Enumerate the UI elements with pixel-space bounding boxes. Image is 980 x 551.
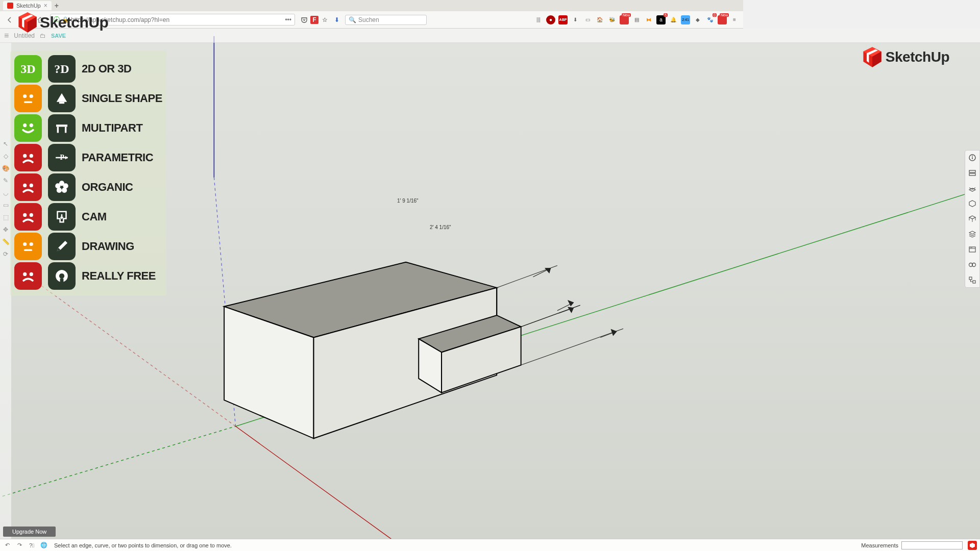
sketchup-logo-overlay: SketchUp	[16, 11, 108, 34]
svg-point-66	[23, 272, 27, 276]
feature-label-cam: CAM	[82, 210, 107, 223]
tool-rect-icon[interactable]: ▭	[2, 201, 10, 209]
badge-frown-2	[14, 173, 42, 201]
svg-point-58	[30, 213, 33, 217]
svg-line-3	[40, 285, 235, 416]
ext-abp-icon[interactable]: ABP	[558, 15, 568, 24]
badge-frown-3	[14, 203, 42, 231]
tab-close-icon[interactable]: ×	[44, 2, 47, 9]
badge-frown-1	[14, 144, 42, 171]
svg-point-67	[30, 272, 33, 276]
browser-tab-strip: SketchUp × +	[0, 0, 743, 11]
feature-row-multi: MULTIPART	[14, 114, 162, 142]
svg-point-36	[30, 94, 33, 98]
dark-icon-table	[48, 114, 76, 142]
tool-orbit-icon[interactable]: ⟳	[2, 250, 10, 258]
browser-search[interactable]: 🔍 Suchen	[345, 15, 427, 25]
search-placeholder: Suchen	[358, 16, 379, 23]
feature-label-drawing: DRAWING	[82, 240, 134, 253]
svg-rect-37	[24, 101, 32, 103]
new-tab-button[interactable]: +	[55, 2, 59, 10]
svg-point-46	[30, 154, 33, 158]
ext-download-icon[interactable]: ⬇	[571, 15, 580, 24]
tool-arc-icon[interactable]: ◡	[2, 189, 10, 197]
ext-diamond-icon[interactable]: ◆	[693, 15, 702, 24]
dark-icon-cam	[48, 203, 76, 231]
ext-new1-icon[interactable]: New	[620, 15, 629, 24]
badge-neutral-1	[14, 85, 42, 112]
ext-msg-icon[interactable]: 2:41	[681, 15, 690, 24]
svg-rect-63	[24, 249, 32, 251]
badge-3d: 3D	[14, 55, 42, 83]
svg-point-41	[30, 123, 33, 127]
feature-row-param: P PARAMETRIC	[14, 144, 162, 171]
ext-bee-icon[interactable]: 🐝	[607, 15, 617, 24]
tool-paint-icon[interactable]: 🎨	[2, 164, 10, 172]
svg-point-45	[23, 154, 27, 158]
browser-menu-icon[interactable]: ≡	[730, 15, 739, 24]
svg-point-62	[30, 242, 33, 246]
svg-point-50	[23, 184, 27, 187]
dimension-label-1: 1' 9 1/16"	[397, 198, 419, 204]
ext-red-icon[interactable]: F	[310, 16, 318, 24]
feature-label-organic: ORGANIC	[82, 181, 133, 194]
pocket-icon[interactable]	[300, 16, 308, 24]
ext-page-icon[interactable]: ▤	[632, 15, 641, 24]
svg-point-61	[23, 242, 27, 246]
tab-favicon	[7, 3, 13, 9]
app-menu-icon[interactable]: ≡	[4, 31, 9, 40]
bookmark-star-icon[interactable]: ☆	[321, 16, 329, 24]
dimension-label-2: 2' 4 1/16"	[430, 224, 451, 230]
svg-point-57	[23, 213, 27, 217]
feature-row-free: REALLY FREE	[14, 262, 162, 290]
ext-record-icon[interactable]: ●	[546, 15, 555, 24]
tool-line-icon[interactable]: ✎	[2, 177, 10, 185]
feature-label-single: SINGLE SHAPE	[82, 92, 162, 105]
dark-icon-shape	[48, 85, 76, 112]
svg-marker-24	[611, 330, 617, 336]
more-icon[interactable]: •••	[285, 16, 291, 23]
ext-a-icon[interactable]: a5	[656, 15, 666, 24]
dark-icon-oss	[48, 262, 76, 290]
feature-row-drawing: DRAWING	[14, 233, 162, 260]
extension-icons: ||| ● ABP ⬇ ▭ 🏠 🐝 New ▤ ⧓ a5 🔔 2:41 ◆ 🐾0…	[534, 15, 739, 24]
badge-neutral-2	[14, 233, 42, 260]
svg-text:P: P	[60, 154, 64, 161]
svg-rect-68	[60, 279, 64, 283]
tool-tape-icon[interactable]: 📏	[2, 238, 10, 246]
dark-icon-param: P	[48, 144, 76, 171]
tab-title: SketchUp	[16, 3, 41, 9]
badge-smile-1	[14, 114, 42, 142]
app-header: ≡ Untitled 🗀 SAVE	[0, 29, 743, 43]
ext-bell-icon[interactable]: 🔔	[669, 15, 678, 24]
tool-push-icon[interactable]: ⬚	[2, 213, 10, 221]
svg-marker-38	[57, 93, 67, 102]
tool-move-icon[interactable]: ✥	[2, 226, 10, 234]
dark-icon-2d3d: ?D	[48, 55, 76, 83]
feature-row-2d3d: 3D ?D 2D OR 3D	[14, 55, 162, 83]
feature-label-param: PARAMETRIC	[82, 151, 153, 164]
ext-reader-icon[interactable]: ▭	[583, 15, 592, 24]
feature-label-free: REALLY FREE	[82, 269, 156, 283]
svg-point-40	[23, 123, 27, 127]
svg-marker-49	[65, 156, 68, 160]
dark-icon-pencil	[48, 233, 76, 260]
ext-home-icon[interactable]: 🏠	[595, 15, 604, 24]
browser-toolbar: ⓘ 🔒 https://app.sketchup.com/app?hl=en •…	[0, 11, 743, 29]
browser-tab[interactable]: SketchUp ×	[3, 1, 52, 10]
feature-row-organic: ORGANIC	[14, 173, 162, 201]
feature-row-single: SINGLE SHAPE	[14, 85, 162, 112]
badge-frown-4	[14, 262, 42, 290]
svg-rect-43	[57, 127, 59, 133]
ext-paw-icon[interactable]: 🐾0	[705, 15, 715, 24]
download-icon[interactable]: ⬇	[333, 16, 341, 24]
tool-eraser-icon[interactable]: ◇	[2, 152, 10, 160]
ext-rss-icon[interactable]: ⧓	[644, 15, 653, 24]
back-button[interactable]	[4, 14, 15, 26]
tool-select-icon[interactable]: ↖	[2, 140, 10, 148]
dark-icon-flower	[48, 173, 76, 201]
svg-rect-42	[56, 124, 67, 127]
dimension-1	[497, 265, 580, 327]
ext-new2-icon[interactable]: New	[718, 15, 727, 24]
ext-bars-icon[interactable]: |||	[534, 15, 543, 24]
